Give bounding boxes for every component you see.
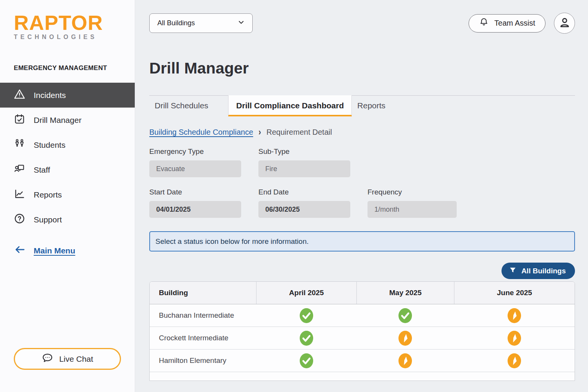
emergency-type-field: Emergency Type Evacuate	[149, 147, 241, 177]
tab-drill-schedules[interactable]: Drill Schedules	[149, 96, 228, 116]
sidebar-item-staff[interactable]: Staff	[0, 157, 135, 182]
status-cell	[256, 350, 356, 372]
status-pending-icon[interactable]	[507, 330, 521, 346]
form-row-1: Emergency Type Evacuate Sub-Type Fire	[149, 147, 575, 177]
sidebar-item-label: Reports	[34, 190, 62, 199]
main-menu-link[interactable]: Main Menu	[15, 244, 135, 257]
main-menu-label: Main Menu	[34, 246, 75, 255]
sidebar-item-support[interactable]: Support	[0, 207, 135, 232]
sidebar-item-drill-manager[interactable]: Drill Manager	[0, 108, 135, 132]
status-cell	[454, 350, 575, 372]
status-complete-icon[interactable]	[299, 308, 314, 323]
table-row-partial	[150, 372, 575, 381]
status-pending-icon[interactable]	[507, 353, 521, 369]
tab-bar: Drill Schedules Drill Compliance Dashboa…	[149, 95, 575, 116]
breadcrumb-current: Requirement Detail	[266, 128, 332, 137]
emergency-type-label: Emergency Type	[149, 147, 241, 156]
frequency-label: Frequency	[368, 188, 457, 196]
filter-button-label: All Buildings	[521, 267, 566, 275]
chat-bubble-icon	[42, 352, 53, 366]
question-circle-icon	[14, 213, 25, 226]
status-cell	[454, 304, 575, 327]
building-name: Hamilton Elementary	[150, 350, 256, 372]
end-date-value: 06/30/2025	[258, 201, 350, 218]
sidebar-item-label: Incidents	[34, 91, 66, 100]
students-icon	[14, 138, 25, 152]
sidebar-item-label: Students	[34, 140, 65, 150]
sub-type-label: Sub-Type	[258, 147, 350, 156]
sub-type-field: Sub-Type Fire	[258, 147, 350, 177]
live-chat-button[interactable]: Live Chat	[14, 348, 121, 370]
topbar: All Buildings Team Assist	[149, 13, 575, 34]
status-complete-icon[interactable]	[299, 353, 314, 369]
start-date-value: 04/01/2025	[149, 201, 241, 218]
building-selector-value: All Buildings	[157, 19, 195, 27]
sidebar-nav: Incidents Drill Manager Students	[0, 83, 135, 232]
sidebar-item-reports[interactable]: Reports	[0, 182, 135, 207]
status-cell	[454, 327, 575, 349]
sidebar: RAPTOR TECHNOLOGIES EMERGENCY MANAGEMENT…	[0, 0, 135, 392]
column-header-building: Building	[150, 282, 256, 304]
bell-icon	[479, 17, 489, 29]
logo-subtitle: TECHNOLOGIES	[14, 34, 135, 41]
column-header-june: June 2025	[454, 282, 575, 304]
status-cell	[356, 350, 454, 372]
status-cell	[356, 304, 454, 327]
table-row: Buchanan Intermediate	[150, 304, 575, 327]
building-name: Buchanan Intermediate	[150, 304, 256, 327]
sub-type-value: Fire	[258, 160, 350, 177]
status-pending-icon[interactable]	[398, 353, 412, 369]
frequency-value: 1/month	[368, 201, 457, 218]
status-complete-icon[interactable]	[398, 308, 412, 323]
tab-drill-compliance-dashboard[interactable]: Drill Compliance Dashboard	[228, 95, 352, 116]
calendar-check-icon	[14, 113, 25, 127]
start-date-label: Start Date	[149, 188, 241, 196]
funnel-icon	[509, 266, 516, 276]
breadcrumb: Building Schedule Compliance › Requireme…	[149, 128, 575, 137]
table-header-row: Building April 2025 May 2025 June 2025	[150, 282, 575, 304]
chevron-right-icon: ›	[258, 127, 261, 138]
status-pending-icon[interactable]	[398, 330, 412, 346]
sidebar-item-label: Drill Manager	[34, 116, 82, 125]
raptor-logo: RAPTOR TECHNOLOGIES	[0, 0, 135, 41]
frequency-field: Frequency 1/month	[368, 188, 457, 218]
status-complete-icon[interactable]	[299, 330, 314, 346]
team-assist-label: Team Assist	[494, 19, 535, 28]
person-icon	[558, 16, 571, 31]
breadcrumb-link[interactable]: Building Schedule Compliance	[149, 128, 253, 137]
table-row: Hamilton Elementary	[150, 350, 575, 372]
sidebar-item-students[interactable]: Students	[0, 132, 135, 157]
status-pending-icon[interactable]	[507, 308, 521, 323]
user-avatar[interactable]	[554, 13, 575, 34]
all-buildings-filter-button[interactable]: All Buildings	[501, 263, 575, 279]
building-selector-dropdown[interactable]: All Buildings	[149, 13, 253, 33]
end-date-field: End Date 06/30/2025	[258, 188, 350, 218]
form-row-2: Start Date 04/01/2025 End Date 06/30/202…	[149, 188, 575, 218]
column-header-may: May 2025	[356, 282, 454, 304]
arrow-left-icon	[15, 244, 25, 257]
filter-row: All Buildings	[149, 263, 575, 279]
info-banner: Select a status icon below for more info…	[149, 231, 575, 252]
sidebar-item-incidents[interactable]: Incidents	[0, 83, 135, 108]
tab-reports[interactable]: Reports	[352, 96, 392, 116]
team-assist-button[interactable]: Team Assist	[469, 14, 546, 33]
sidebar-item-label: Support	[34, 215, 62, 224]
chevron-down-icon	[238, 19, 245, 28]
emergency-type-value: Evacuate	[149, 160, 241, 177]
live-chat-label: Live Chat	[59, 354, 93, 364]
end-date-label: End Date	[258, 188, 350, 196]
chart-line-icon	[14, 188, 25, 201]
topbar-right: Team Assist	[469, 13, 575, 34]
status-cell	[356, 327, 454, 349]
status-cell	[256, 327, 356, 349]
compliance-table: Building April 2025 May 2025 June 2025 B…	[149, 281, 575, 381]
status-cell	[256, 304, 356, 327]
page-title: Drill Manager	[149, 59, 575, 77]
sidebar-item-label: Staff	[34, 165, 50, 175]
table-row: Crockett Intermediate	[150, 327, 575, 350]
building-name: Crockett Intermediate	[150, 327, 256, 349]
column-header-april: April 2025	[256, 282, 356, 304]
start-date-field: Start Date 04/01/2025	[149, 188, 241, 218]
sidebar-section-label: EMERGENCY MANAGEMENT	[14, 64, 135, 72]
staff-icon	[14, 163, 25, 176]
